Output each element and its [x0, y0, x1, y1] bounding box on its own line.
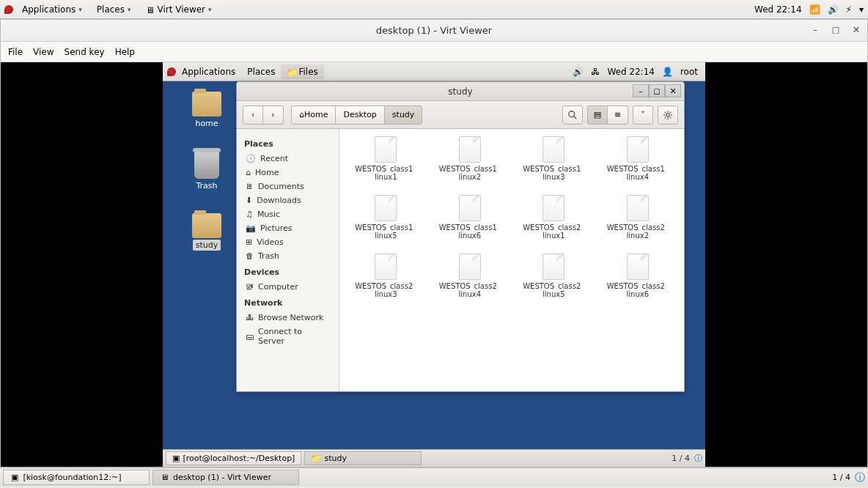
desktop-study-folder[interactable]: study [192, 213, 221, 251]
network-icon: 🖧 [246, 313, 254, 322]
file-name-line1: WESTOS_class2_ [355, 282, 416, 290]
fm-sidebar: Places 🕓Recent ⌂Home 🗎Documents ⬇Downloa… [237, 129, 339, 391]
virt-menu-view[interactable]: View [33, 47, 54, 57]
fm-settings-button[interactable] [658, 106, 678, 125]
file-name-line2: linux6 [626, 290, 649, 298]
breadcrumb-home[interactable]: ⌂ Home [291, 106, 336, 125]
virt-menu-help[interactable]: Help [115, 47, 135, 57]
file-name-line1: WESTOS_class1_ [355, 165, 416, 173]
fm-search-button[interactable] [562, 106, 583, 125]
file-item[interactable]: WESTOS_class1_linux4 [599, 136, 677, 192]
host-workspace-pager[interactable]: 1 / 4 [828, 473, 855, 482]
volume-icon[interactable]: 🔊 [828, 4, 839, 15]
guest-files-app[interactable]: 📁 Files [281, 64, 323, 79]
fm-max-button[interactable]: ◻ [649, 84, 665, 97]
host-running-app[interactable]: 🖥 Virt Viewer [140, 2, 218, 17]
fm-back-button[interactable]: ‹ [243, 106, 263, 125]
fm-close-button[interactable]: ✕ [665, 84, 681, 97]
virt-min-button[interactable]: – [809, 23, 822, 36]
virt-framebuffer: Applications Places 📁 Files 🔊 🖧 Wed 22:1… [1, 62, 867, 467]
breadcrumb-study[interactable]: study [385, 106, 423, 125]
host-clock[interactable]: Wed 22:14 [754, 4, 802, 15]
fm-view-options-button[interactable]: ˅ [633, 106, 653, 125]
document-icon [375, 136, 397, 163]
breadcrumb-desktop[interactable]: Desktop [336, 106, 384, 125]
video-icon: ⊞ [246, 237, 252, 247]
virt-menubar: File View Send key Help [1, 42, 867, 62]
sidebar-network-header: Network [244, 298, 331, 308]
host-places-menu[interactable]: Places [91, 2, 137, 17]
fm-min-button[interactable]: – [633, 84, 649, 97]
file-item[interactable]: WESTOS_class2_linux4 [431, 254, 510, 309]
file-item[interactable]: WESTOS_class1_linux1 [347, 136, 425, 192]
wifi-icon[interactable]: 📶 [809, 4, 820, 15]
guest-desktop[interactable]: Applications Places 📁 Files 🔊 🖧 Wed 22:1… [163, 62, 705, 467]
guest-user[interactable]: root [680, 67, 698, 77]
guest-places-menu[interactable]: Places [241, 64, 281, 79]
guest-taskbar-fm[interactable]: 📁 study [304, 451, 422, 465]
host-applications-menu[interactable]: Applications [16, 2, 88, 17]
file-name-line2: linux1 [542, 232, 565, 240]
host-taskbar-terminal[interactable]: ▣ [kiosk@foundation12:~] [3, 470, 150, 485]
fm-file-grid[interactable]: WESTOS_class1_linux1WESTOS_class1_linux2… [339, 129, 684, 391]
virt-close-button[interactable]: ✕ [850, 23, 863, 36]
file-item[interactable]: WESTOS_class1_linux2 [431, 136, 510, 192]
file-item[interactable]: WESTOS_class2_linux6 [599, 254, 677, 309]
guest-workspace-pager[interactable]: 1 / 4 [667, 454, 694, 463]
file-item[interactable]: WESTOS_class2_linux5 [515, 254, 593, 309]
sidebar-music[interactable]: ♫Music [244, 207, 331, 221]
host-info-icon[interactable]: ⓘ [855, 471, 865, 484]
files-icon: 📁 [311, 454, 321, 463]
guest-volume-icon[interactable]: 🔊 [573, 67, 584, 77]
guest-top-panel: Applications Places 📁 Files 🔊 🖧 Wed 22:1… [163, 62, 705, 81]
sidebar-videos[interactable]: ⊞Videos [244, 235, 331, 249]
host-taskbar-terminal-label: [kiosk@foundation12:~] [23, 473, 121, 482]
fm-forward-button[interactable]: › [263, 106, 284, 125]
sidebar-home[interactable]: ⌂Home [244, 166, 331, 180]
guest-network-icon[interactable]: 🖧 [591, 67, 600, 77]
document-icon [542, 136, 564, 163]
sidebar-trash[interactable]: 🗑Trash [244, 249, 331, 263]
desktop-trash[interactable]: Trash [193, 151, 220, 191]
file-manager-window: study – ◻ ✕ ‹ › ⌂ Home [236, 81, 685, 392]
virt-menu-sendkey[interactable]: Send key [65, 47, 105, 57]
file-item[interactable]: WESTOS_class2_linux2 [599, 195, 677, 251]
sidebar-downloads[interactable]: ⬇Downloads [244, 193, 331, 207]
virt-title-text: desktop (1) - Virt Viewer [376, 25, 492, 36]
fm-toolbar: ‹ › ⌂ Home Desktop study [237, 101, 684, 129]
file-item[interactable]: WESTOS_class2_linux1 [515, 195, 593, 251]
document-icon [627, 136, 649, 163]
file-name-line1: WESTOS_class1_ [607, 165, 669, 173]
file-item[interactable]: WESTOS_class1_linux6 [431, 195, 510, 251]
virt-menu-file[interactable]: File [8, 47, 23, 57]
guest-info-icon[interactable]: ⓘ [694, 453, 702, 464]
battery-icon[interactable]: ⚡ [846, 4, 852, 15]
fm-icon-view-button[interactable]: ▤ [587, 106, 608, 125]
desktop-home-folder[interactable]: home [192, 92, 221, 129]
file-item[interactable]: WESTOS_class1_linux5 [347, 195, 425, 251]
sidebar-computer[interactable]: 🖳Computer [244, 280, 331, 294]
file-name-line1: WESTOS_class1_ [355, 223, 416, 232]
document-icon [459, 195, 481, 221]
guest-clock[interactable]: Wed 22:14 [607, 67, 655, 77]
music-icon: ♫ [246, 210, 253, 219]
host-taskbar-virt[interactable]: 🖥 desktop (1) - Virt Viewer [152, 470, 299, 485]
sidebar-pictures[interactable]: 📷Pictures [244, 221, 331, 235]
sidebar-documents[interactable]: 🗎Documents [244, 180, 331, 193]
user-menu-caret[interactable]: ▾ [859, 4, 864, 15]
file-name-line2: linux6 [458, 232, 481, 240]
clock-icon: 🕓 [246, 154, 256, 163]
sidebar-recent[interactable]: 🕓Recent [244, 152, 331, 166]
sidebar-browse-network[interactable]: 🖧Browse Network [244, 311, 331, 325]
virt-max-button[interactable]: ◻ [829, 23, 842, 36]
guest-applications-menu[interactable]: Applications [176, 64, 241, 79]
fm-titlebar[interactable]: study – ◻ ✕ [237, 82, 684, 101]
guest-taskbar-terminal[interactable]: ▣ [root@localhost:~/Desktop] [166, 451, 301, 465]
file-name-line2: linux5 [542, 290, 565, 298]
file-item[interactable]: WESTOS_class1_linux3 [515, 136, 593, 192]
fm-list-view-button[interactable]: ≡ [608, 106, 628, 125]
file-item[interactable]: WESTOS_class2_linux3 [347, 254, 425, 309]
terminal-icon: ▣ [172, 454, 180, 463]
virt-titlebar: desktop (1) - Virt Viewer – ◻ ✕ [1, 20, 867, 42]
sidebar-connect-server[interactable]: 🖴Connect to Server [244, 325, 331, 348]
